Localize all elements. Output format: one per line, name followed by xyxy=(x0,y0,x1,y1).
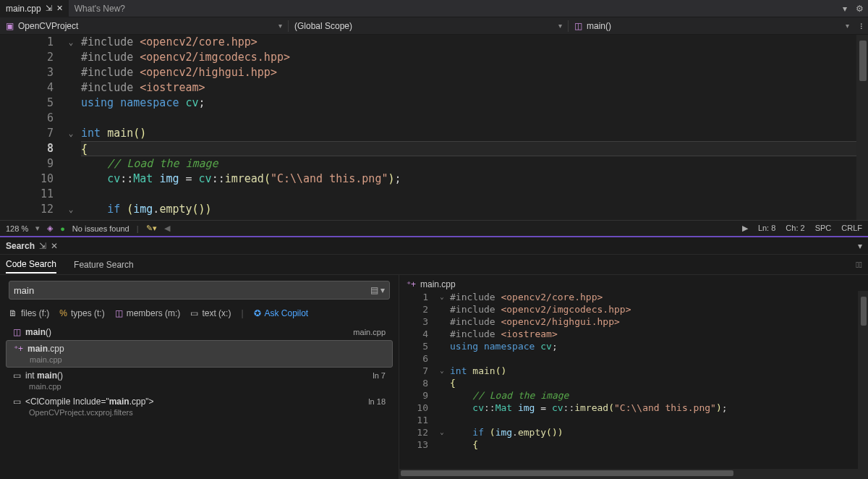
preview-scrollbar[interactable] xyxy=(858,291,868,469)
issues-label[interactable]: No issues found xyxy=(72,224,129,233)
document-tabs: main.cpp⇲✕What's New? ▾ ⚙ xyxy=(0,0,868,17)
window-dropdown-icon[interactable]: ▾ xyxy=(838,4,851,14)
search-options-icon[interactable]: ▤ ▾ xyxy=(370,285,385,295)
tab-label: main.cpp xyxy=(6,4,41,14)
project-name: OpenCVProject xyxy=(18,21,78,31)
chevron-down-icon: ▾ xyxy=(558,22,562,30)
tab-code-search[interactable]: Code Search xyxy=(6,256,56,274)
search-preview-pane: ⁺+ main.cpp 12345678910111213 ⌄⌄⌄ #inclu… xyxy=(399,275,868,479)
filter-text[interactable]: ▭text (x:) xyxy=(190,308,231,318)
search-result[interactable]: ◫main()main.cpp xyxy=(6,324,393,340)
cpp-file-icon: ⁺+ xyxy=(407,279,416,289)
members-icon: ◫ xyxy=(115,308,123,318)
search-title: Search xyxy=(6,241,35,251)
status-ok-icon: ● xyxy=(60,224,65,233)
tab-label: What's New? xyxy=(75,4,125,14)
document-tab[interactable]: What's New? xyxy=(69,0,131,17)
preview-editor[interactable]: 12345678910111213 ⌄⌄⌄ #include <opencv2/… xyxy=(399,291,868,469)
filter-files[interactable]: 🗎files (f:) xyxy=(9,308,49,318)
search-result[interactable]: ⁺+main.cppmain.cpp xyxy=(6,340,393,368)
scope-label: (Global Scope) xyxy=(294,21,352,31)
hscroll-left-icon[interactable]: ◀ xyxy=(164,224,170,233)
preview-hscroll[interactable] xyxy=(399,469,868,479)
lineending-indicator[interactable]: CRLF xyxy=(841,224,862,233)
search-input-container: ▤ ▾ xyxy=(9,281,390,300)
method-icon: ◫ xyxy=(574,21,582,31)
copilot-icon: ✪ xyxy=(254,308,261,318)
navigation-bar: ▣ OpenCVProject ▾ (Global Scope) ▾ ◫ mai… xyxy=(0,17,868,35)
close-icon[interactable]: ✕ xyxy=(56,4,63,13)
editor-status-bar: 128 % ▾ ◈ ● No issues found | ✎▾ ◀ ▶ Ln:… xyxy=(0,220,868,236)
pen-icon[interactable]: ✎▾ xyxy=(146,224,157,233)
filter-types[interactable]: %types (t:) xyxy=(59,308,104,318)
member-dropdown[interactable]: ◫ main() ▾ xyxy=(569,17,855,35)
indent-indicator[interactable]: SPC xyxy=(815,224,832,233)
search-left-pane: ▤ ▾ 🗎files (f:) %types (t:) ◫members (m:… xyxy=(0,275,399,479)
preview-filename: main.cpp xyxy=(420,279,456,289)
vertical-scrollbar[interactable] xyxy=(856,35,868,220)
search-result[interactable]: ▭int main()ln 7main.cpp xyxy=(6,368,393,394)
search-panel-header: Search ⇲ ✕ ▾ xyxy=(0,236,868,255)
pin-icon[interactable]: ⇲ xyxy=(46,4,52,13)
search-filters: 🗎files (f:) %types (t:) ◫members (m:) ▭t… xyxy=(0,305,399,324)
chevron-down-icon: ▾ xyxy=(846,22,849,30)
play-icon[interactable]: ▶ xyxy=(742,224,748,233)
search-mode-tabs: Code Search Feature Search 👁̶ xyxy=(0,255,868,275)
project-dropdown[interactable]: ▣ OpenCVProject ▾ xyxy=(0,17,288,35)
ask-copilot-link[interactable]: ✪Ask Copilot xyxy=(254,308,309,318)
close-icon[interactable]: ✕ xyxy=(51,241,58,251)
eye-off-icon[interactable]: 👁̶ xyxy=(856,260,862,270)
line-indicator[interactable]: Ln: 8 xyxy=(758,224,775,233)
zoom-level[interactable]: 128 % xyxy=(6,224,28,233)
search-result[interactable]: ▭<ClCompile Include="main.cpp">ln 18Open… xyxy=(6,394,393,420)
chevron-down-icon: ▾ xyxy=(278,22,282,30)
project-icon: ▣ xyxy=(6,21,14,31)
split-icon[interactable]: ⫶ xyxy=(855,21,868,31)
document-tab[interactable]: main.cpp⇲✕ xyxy=(0,0,69,17)
search-results-list: ◫main()main.cpp⁺+main.cppmain.cpp▭int ma… xyxy=(0,324,399,479)
filter-members[interactable]: ◫members (m:) xyxy=(115,308,181,318)
scope-dropdown[interactable]: (Global Scope) ▾ xyxy=(289,17,568,35)
panel-dropdown-icon[interactable]: ▾ xyxy=(858,241,862,251)
pin-icon[interactable]: ⇲ xyxy=(39,241,46,251)
file-icon: 🗎 xyxy=(9,308,17,318)
text-icon: ▭ xyxy=(190,308,198,318)
intellisense-icon[interactable]: ◈ xyxy=(47,224,53,233)
zoom-dropdown-icon[interactable]: ▾ xyxy=(35,224,40,233)
member-label: main() xyxy=(587,21,611,31)
search-input[interactable] xyxy=(14,285,370,296)
char-indicator[interactable]: Ch: 2 xyxy=(786,224,804,233)
tab-feature-search[interactable]: Feature Search xyxy=(74,257,134,273)
code-editor[interactable]: 123456789101112 ⌄⌄⌄ #include <opencv2/co… xyxy=(0,35,868,220)
types-icon: % xyxy=(59,308,67,318)
settings-icon[interactable]: ⚙ xyxy=(851,4,868,14)
